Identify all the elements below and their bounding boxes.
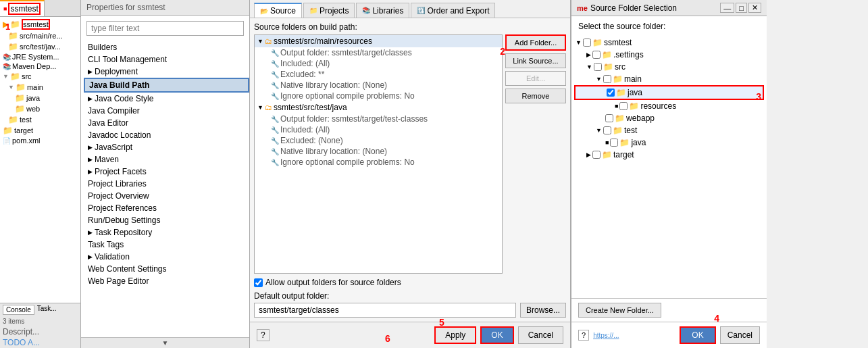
- default-output-input[interactable]: [254, 303, 516, 318]
- allow-output-checkbox[interactable]: [254, 278, 263, 287]
- prop-project-overview[interactable]: Project Overview: [84, 190, 249, 202]
- prop-validation[interactable]: ▶Validation: [84, 251, 249, 263]
- prop-web-content[interactable]: Web Content Settings: [84, 263, 249, 275]
- prop-deployment[interactable]: ▶Deployment: [84, 66, 249, 78]
- right-panel-header: me Source Folder Selection — □ ✕: [571, 0, 767, 16]
- tree-item-src[interactable]: ▼ 📁 src: [1, 71, 79, 82]
- prop-maven[interactable]: ▶Maven: [84, 153, 249, 166]
- badge-4: 4: [714, 313, 719, 324]
- ignore-1: 🔧 Ignore optional compile problems: No: [268, 91, 502, 101]
- tree-item-jre[interactable]: 📚 JRE System...: [1, 52, 79, 61]
- tab-projects[interactable]: 📁 Projects: [303, 3, 355, 18]
- prop-java-compiler[interactable]: Java Compiler: [84, 105, 249, 117]
- rtree-java-main-checkbox[interactable]: [607, 89, 615, 97]
- ignore-2: 🔧 Ignore optional compile problems: No: [268, 157, 502, 168]
- tree-item-pom[interactable]: 📄 pom.xml: [1, 136, 79, 145]
- tree-item-src-test-jav[interactable]: 📁 src/test/jav...: [1, 41, 79, 52]
- right-help-icon[interactable]: ?: [578, 330, 589, 341]
- prop-task-tags[interactable]: Task Tags: [84, 239, 249, 251]
- prop-builders[interactable]: Builders: [84, 41, 249, 53]
- prop-cli-tool[interactable]: CLI Tool Management: [84, 53, 249, 66]
- prop-project-libraries[interactable]: Project Libraries: [84, 178, 249, 190]
- help-icon[interactable]: ?: [257, 329, 270, 341]
- maximize-button[interactable]: □: [736, 3, 747, 13]
- tree-item-target[interactable]: 📁 target: [1, 125, 79, 136]
- side-buttons: Add Folder... Link Source... Edit... Rem…: [505, 34, 566, 274]
- rtree-main[interactable]: ▼ 📁 main: [574, 73, 764, 85]
- browse-button[interactable]: Browse...: [520, 303, 566, 318]
- close-button[interactable]: ✕: [748, 3, 761, 13]
- prop-javascript[interactable]: ▶JavaScript: [84, 141, 249, 153]
- ok-button[interactable]: OK: [480, 326, 513, 344]
- right-footer-left: ? https://...: [578, 330, 619, 341]
- allow-output-label: Allow output folders for source folders: [265, 278, 401, 287]
- tree-item-main[interactable]: ▼ 📁 main: [1, 82, 79, 93]
- cancel-button[interactable]: Cancel: [518, 326, 563, 344]
- prop-project-references[interactable]: Project References: [84, 202, 249, 214]
- edit-button[interactable]: Edit...: [505, 71, 566, 86]
- rtree-settings-checkbox[interactable]: [592, 51, 601, 59]
- source-item-resources[interactable]: ▼ 🗂 ssmtest/src/main/resources: [255, 35, 502, 47]
- source-item-test-java[interactable]: ▼ 🗂 ssmtest/src/test/java: [255, 101, 502, 114]
- right-panel-footer: ? https://... 4 OK Cancel: [571, 322, 767, 348]
- hyperlink[interactable]: https://...: [593, 332, 619, 339]
- rtree-ssmtest[interactable]: ▼ 📁 ssmtest: [574, 36, 764, 49]
- tree-item-maven[interactable]: 📚 Maven Dep...: [1, 61, 79, 71]
- prop-java-code-style[interactable]: ▶Java Code Style: [84, 93, 249, 105]
- tree-item-web[interactable]: 📁 web: [1, 103, 79, 114]
- right-ok-button[interactable]: OK: [680, 326, 715, 344]
- right-cancel-button[interactable]: Cancel: [720, 326, 760, 344]
- remove-button[interactable]: Remove: [505, 89, 566, 103]
- rtree-ssmtest-checkbox[interactable]: [583, 39, 591, 47]
- console-row-header: Descript...: [0, 326, 80, 337]
- prop-web-page-editor[interactable]: Web Page Editor: [84, 275, 249, 287]
- minimize-button[interactable]: —: [720, 3, 734, 13]
- rtree-resources[interactable]: ■ 📁 resources: [574, 100, 764, 112]
- rtree-java-test[interactable]: ■ 📁 java: [574, 136, 764, 149]
- source-folder-selection-panel: me Source Folder Selection — □ ✕ Select …: [571, 0, 767, 348]
- tab-order-export[interactable]: 🔃 Order and Export: [411, 3, 495, 18]
- add-folder-button[interactable]: Add Folder...: [505, 34, 566, 51]
- rtree-webapp[interactable]: 📁 webapp: [574, 112, 764, 124]
- native-lib-2: 🔧 Native library location: (None): [268, 146, 502, 157]
- right-panel-title-area: me Source Folder Selection: [577, 3, 677, 13]
- list-scroll-bar[interactable]: ▼: [81, 337, 249, 348]
- task-tab[interactable]: Task...: [37, 305, 57, 315]
- prop-java-build-path[interactable]: Java Build Path: [84, 78, 249, 93]
- rtree-settings[interactable]: ▶ 📁 .settings: [574, 49, 764, 61]
- java-build-path-panel: 📂 Source 📁 Projects 📚 Libraries 🔃 Order …: [250, 0, 571, 348]
- rtree-src-checkbox[interactable]: [594, 63, 602, 71]
- prop-task-repository[interactable]: ▶Task Repository: [84, 226, 249, 239]
- prop-java-editor[interactable]: Java Editor: [84, 117, 249, 129]
- prop-project-facets[interactable]: ▶Project Facets: [84, 166, 249, 178]
- filter-input[interactable]: [86, 21, 244, 36]
- tree-item-java[interactable]: 📁 java: [1, 93, 79, 103]
- properties-panel: Properties for ssmtest Builders CLI Tool…: [81, 0, 250, 348]
- rtree-webapp-checkbox[interactable]: [605, 114, 613, 122]
- create-new-folder-button[interactable]: Create New Folder...: [578, 303, 661, 318]
- prop-run-debug[interactable]: Run/Debug Settings: [84, 214, 249, 226]
- rtree-target[interactable]: ▶ 📁 target: [574, 149, 764, 161]
- prop-javadoc[interactable]: Javadoc Location: [84, 129, 249, 141]
- rtree-java-main[interactable]: 📁 java: [574, 85, 764, 100]
- rtree-java-test-checkbox[interactable]: [610, 139, 618, 147]
- rtree-test[interactable]: ▼ 📁 test: [574, 124, 764, 136]
- source-tree-buttons-area: ▼ 🗂 ssmtest/src/main/resources 🔧 Output …: [254, 34, 566, 274]
- tree-item-src-main-res[interactable]: 📁 src/main/re...: [1, 30, 79, 41]
- file-tree-panel: ■ ssmtest ▶ 📁 ssmtest 📁 src/main/re... 📁…: [0, 0, 81, 348]
- tree-item-test[interactable]: 📁 test: [1, 114, 79, 125]
- link-source-button[interactable]: Link Source...: [505, 53, 566, 68]
- tab-libraries[interactable]: 📚 Libraries: [356, 3, 409, 18]
- rtree-test-checkbox[interactable]: [603, 126, 611, 134]
- rtree-resources-checkbox[interactable]: [619, 102, 628, 110]
- rtree-target-checkbox[interactable]: [592, 151, 601, 159]
- rtree-main-checkbox[interactable]: [603, 75, 611, 83]
- ssmtest-tab[interactable]: ■ ssmtest: [0, 0, 45, 16]
- right-footer-buttons: 4 OK Cancel: [680, 326, 760, 344]
- console-tab[interactable]: Console: [3, 305, 34, 315]
- footer-buttons: Apply OK Cancel: [434, 326, 563, 344]
- rtree-src[interactable]: ▼ 📁 src: [574, 61, 764, 73]
- tab-source[interactable]: 📂 Source: [254, 3, 302, 18]
- tree-item-ssmtest[interactable]: ▶ 📁 ssmtest: [1, 18, 79, 30]
- apply-button[interactable]: Apply: [434, 326, 476, 344]
